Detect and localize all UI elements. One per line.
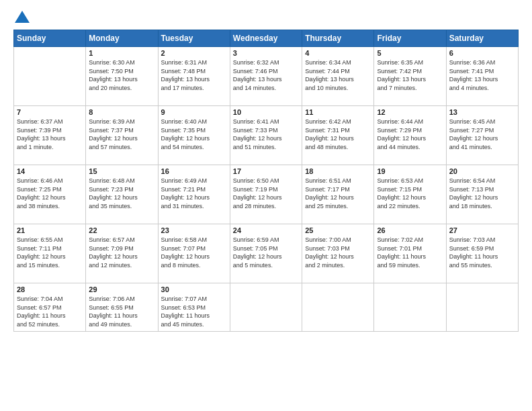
cell-date: 11	[305, 108, 371, 116]
calendar-cell: 17Sunrise: 6:50 AMSunset: 7:19 PMDayligh…	[230, 165, 302, 224]
calendar-cell: 28Sunrise: 7:04 AMSunset: 6:57 PMDayligh…	[14, 283, 86, 332]
cell-info: Sunrise: 6:51 AMSunset: 7:17 PMDaylight:…	[305, 177, 371, 210]
day-header-cell: Friday	[374, 30, 446, 47]
logo	[13, 11, 30, 23]
calendar-cell: 27Sunrise: 7:03 AMSunset: 6:59 PMDayligh…	[446, 224, 518, 283]
calendar-cell: 11Sunrise: 6:42 AMSunset: 7:31 PMDayligh…	[302, 106, 374, 165]
calendar-cell: 10Sunrise: 6:41 AMSunset: 7:33 PMDayligh…	[230, 106, 302, 165]
day-header-cell: Monday	[86, 30, 158, 47]
cell-date: 4	[305, 49, 371, 57]
calendar-cell: 19Sunrise: 6:53 AMSunset: 7:15 PMDayligh…	[374, 165, 446, 224]
calendar-cell	[230, 283, 302, 332]
cell-date: 15	[89, 167, 154, 175]
logo-icon	[15, 11, 30, 23]
cell-info: Sunrise: 7:00 AMSunset: 7:03 PMDaylight:…	[305, 236, 371, 269]
cell-info: Sunrise: 6:45 AMSunset: 7:27 PMDaylight:…	[449, 118, 515, 151]
cell-info: Sunrise: 6:41 AMSunset: 7:33 PMDaylight:…	[233, 118, 299, 151]
cell-date: 13	[449, 108, 515, 116]
calendar-cell: 22Sunrise: 6:57 AMSunset: 7:09 PMDayligh…	[86, 224, 158, 283]
cell-date: 3	[233, 49, 299, 57]
day-header-cell: Wednesday	[230, 30, 302, 47]
day-header-row: SundayMondayTuesdayWednesdayThursdayFrid…	[14, 30, 519, 47]
cell-info: Sunrise: 7:02 AMSunset: 7:01 PMDaylight:…	[377, 236, 443, 269]
day-header-cell: Saturday	[446, 30, 518, 47]
svg-marker-0	[15, 11, 30, 23]
calendar-cell: 30Sunrise: 7:07 AMSunset: 6:53 PMDayligh…	[158, 283, 230, 332]
cell-date: 9	[161, 108, 227, 116]
cell-info: Sunrise: 6:44 AMSunset: 7:29 PMDaylight:…	[377, 118, 443, 151]
cell-date: 1	[89, 49, 154, 57]
cell-info: Sunrise: 6:31 AMSunset: 7:48 PMDaylight:…	[161, 58, 227, 92]
cell-date: 25	[305, 226, 371, 234]
calendar-cell: 1Sunrise: 6:30 AMSunset: 7:50 PMDaylight…	[86, 47, 158, 106]
cell-info: Sunrise: 6:50 AMSunset: 7:19 PMDaylight:…	[233, 177, 299, 210]
cell-info: Sunrise: 6:36 AMSunset: 7:41 PMDaylight:…	[449, 58, 515, 92]
cell-date: 29	[89, 285, 154, 293]
calendar-cell: 12Sunrise: 6:44 AMSunset: 7:29 PMDayligh…	[374, 106, 446, 165]
calendar-cell: 25Sunrise: 7:00 AMSunset: 7:03 PMDayligh…	[302, 224, 374, 283]
cell-date: 14	[17, 167, 83, 175]
cell-date: 17	[233, 167, 299, 175]
calendar-cell: 6Sunrise: 6:36 AMSunset: 7:41 PMDaylight…	[446, 47, 518, 106]
cell-date: 2	[161, 49, 227, 57]
cell-date: 24	[233, 226, 299, 234]
calendar-cell: 23Sunrise: 6:58 AMSunset: 7:07 PMDayligh…	[158, 224, 230, 283]
calendar-cell: 26Sunrise: 7:02 AMSunset: 7:01 PMDayligh…	[374, 224, 446, 283]
cell-info: Sunrise: 6:49 AMSunset: 7:21 PMDaylight:…	[161, 177, 227, 210]
cell-info: Sunrise: 7:04 AMSunset: 6:57 PMDaylight:…	[17, 295, 83, 328]
cell-info: Sunrise: 6:30 AMSunset: 7:50 PMDaylight:…	[89, 58, 154, 92]
cell-info: Sunrise: 6:59 AMSunset: 7:05 PMDaylight:…	[233, 236, 299, 269]
cell-info: Sunrise: 6:37 AMSunset: 7:39 PMDaylight:…	[17, 118, 83, 151]
calendar-cell: 8Sunrise: 6:39 AMSunset: 7:37 PMDaylight…	[86, 106, 158, 165]
calendar-week-row: 28Sunrise: 7:04 AMSunset: 6:57 PMDayligh…	[14, 283, 519, 332]
calendar-cell: 7Sunrise: 6:37 AMSunset: 7:39 PMDaylight…	[14, 106, 86, 165]
cell-info: Sunrise: 6:58 AMSunset: 7:07 PMDaylight:…	[161, 236, 227, 269]
cell-date: 19	[377, 167, 443, 175]
header	[13, 11, 519, 23]
page: SundayMondayTuesdayWednesdayThursdayFrid…	[0, 0, 532, 411]
calendar-cell: 24Sunrise: 6:59 AMSunset: 7:05 PMDayligh…	[230, 224, 302, 283]
cell-info: Sunrise: 6:40 AMSunset: 7:35 PMDaylight:…	[161, 118, 227, 151]
cell-date: 21	[17, 226, 83, 234]
cell-date: 7	[17, 108, 83, 116]
cell-date: 18	[305, 167, 371, 175]
cell-date: 20	[449, 167, 515, 175]
day-header-cell: Tuesday	[158, 30, 230, 47]
cell-date: 27	[449, 226, 515, 234]
cell-date: 5	[377, 49, 443, 57]
calendar-cell: 20Sunrise: 6:54 AMSunset: 7:13 PMDayligh…	[446, 165, 518, 224]
cell-date: 10	[233, 108, 299, 116]
cell-date: 16	[161, 167, 227, 175]
cell-info: Sunrise: 6:53 AMSunset: 7:15 PMDaylight:…	[377, 177, 443, 210]
calendar-cell: 29Sunrise: 7:06 AMSunset: 6:55 PMDayligh…	[86, 283, 158, 332]
cell-info: Sunrise: 6:34 AMSunset: 7:44 PMDaylight:…	[305, 58, 371, 92]
cell-info: Sunrise: 6:55 AMSunset: 7:11 PMDaylight:…	[17, 236, 83, 269]
calendar-cell	[446, 283, 518, 332]
cell-date: 30	[161, 285, 227, 293]
day-header-cell: Thursday	[302, 30, 374, 47]
calendar-cell: 5Sunrise: 6:35 AMSunset: 7:42 PMDaylight…	[374, 47, 446, 106]
calendar-cell: 21Sunrise: 6:55 AMSunset: 7:11 PMDayligh…	[14, 224, 86, 283]
cell-date: 8	[89, 108, 154, 116]
cell-info: Sunrise: 6:39 AMSunset: 7:37 PMDaylight:…	[89, 118, 154, 151]
cell-info: Sunrise: 6:35 AMSunset: 7:42 PMDaylight:…	[377, 58, 443, 92]
cell-date: 22	[89, 226, 154, 234]
day-header-cell: Sunday	[14, 30, 86, 47]
cell-info: Sunrise: 7:07 AMSunset: 6:53 PMDaylight:…	[161, 295, 227, 328]
cell-date: 23	[161, 226, 227, 234]
cell-info: Sunrise: 6:46 AMSunset: 7:25 PMDaylight:…	[17, 177, 83, 210]
cell-date: 6	[449, 49, 515, 57]
calendar-cell: 9Sunrise: 6:40 AMSunset: 7:35 PMDaylight…	[158, 106, 230, 165]
cell-date: 28	[17, 285, 83, 293]
cell-info: Sunrise: 6:48 AMSunset: 7:23 PMDaylight:…	[89, 177, 154, 210]
cell-date: 26	[377, 226, 443, 234]
calendar-cell: 16Sunrise: 6:49 AMSunset: 7:21 PMDayligh…	[158, 165, 230, 224]
calendar-cell: 14Sunrise: 6:46 AMSunset: 7:25 PMDayligh…	[14, 165, 86, 224]
calendar-cell: 18Sunrise: 6:51 AMSunset: 7:17 PMDayligh…	[302, 165, 374, 224]
cell-info: Sunrise: 6:57 AMSunset: 7:09 PMDaylight:…	[89, 236, 154, 269]
cell-info: Sunrise: 6:42 AMSunset: 7:31 PMDaylight:…	[305, 118, 371, 151]
calendar-cell	[14, 47, 86, 106]
calendar-cell	[302, 283, 374, 332]
calendar-cell: 13Sunrise: 6:45 AMSunset: 7:27 PMDayligh…	[446, 106, 518, 165]
calendar-week-row: 21Sunrise: 6:55 AMSunset: 7:11 PMDayligh…	[14, 224, 519, 283]
